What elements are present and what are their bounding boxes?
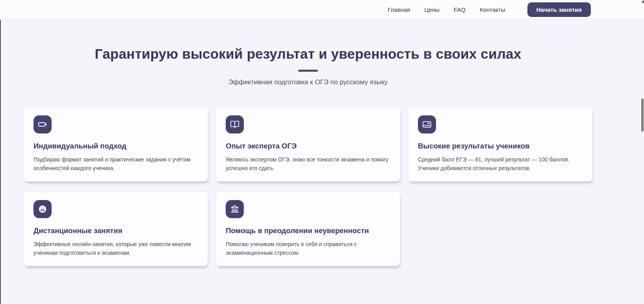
nav-link-faq[interactable]: FAQ (454, 6, 466, 13)
grimacing-face-icon (33, 200, 52, 218)
hero-subtitle: Эффективная подготовка к ОГЭ по русскому… (24, 78, 592, 86)
credit-card-icon (418, 115, 436, 133)
start-lessons-button[interactable]: Начать занятия (527, 2, 591, 17)
feature-card-individual-approach: Индивидуальный подход Подбираю формат за… (24, 107, 208, 182)
nav-link-prices[interactable]: Цены (424, 6, 440, 13)
battery-icon (33, 115, 52, 133)
features-grid: Индивидуальный подход Подбираю формат за… (24, 107, 592, 266)
feature-card-title: Опыт эксперта ОГЭ (226, 142, 390, 150)
bank-building-icon (226, 200, 244, 218)
feature-card-title: Помощь в преодолении неуверенности (226, 226, 390, 235)
feature-card-text: Являюсь экспертом ОГЭ, знаю все тонкости… (226, 156, 390, 172)
nav-link-contacts[interactable]: Контакты (480, 6, 505, 13)
feature-card-text: Подбираю формат занятий и практические з… (33, 156, 198, 172)
feature-card-text: Помогаю ученикам поверить в себя и справ… (226, 240, 390, 257)
open-book-icon (226, 115, 244, 133)
hero-section: Гарантирую высокий результат и увереннос… (24, 19, 592, 86)
feature-card-remote-lessons: Дистанционные занятия Эффективные онлайн… (24, 191, 208, 266)
page-title: Гарантирую высокий результат и увереннос… (24, 46, 592, 62)
scroll-up-arrow-icon (641, 0, 644, 3)
main-content: Гарантирую высокий результат и увереннос… (0, 19, 644, 266)
feature-card-text: Эффективные онлайн-занятия, которые уже … (33, 240, 198, 257)
left-accent-border (0, 20, 1, 304)
title-underline (298, 70, 318, 72)
feature-card-oge-expert: Опыт эксперта ОГЭ Являюсь экспертом ОГЭ,… (216, 107, 400, 182)
feature-card-title: Индивидуальный подход (33, 142, 198, 150)
feature-card-text: Средний балл ЕГЭ — 81, лучший результат … (418, 156, 583, 172)
vertical-scrollbar-thumb[interactable] (641, 98, 644, 132)
feature-card-title: Высокие результаты учеников (418, 142, 583, 150)
feature-card-confidence-help: Помощь в преодолении неуверенности Помог… (216, 191, 400, 266)
feature-card-title: Дистанционные занятия (33, 226, 198, 235)
main-nav: Главная Цены FAQ Контакты Начать занятия (388, 2, 591, 17)
top-nav-bar: Главная Цены FAQ Контакты Начать занятия (0, 0, 644, 19)
feature-card-high-results: Высокие результаты учеников Средний балл… (408, 107, 592, 182)
nav-link-home[interactable]: Главная (388, 6, 410, 13)
